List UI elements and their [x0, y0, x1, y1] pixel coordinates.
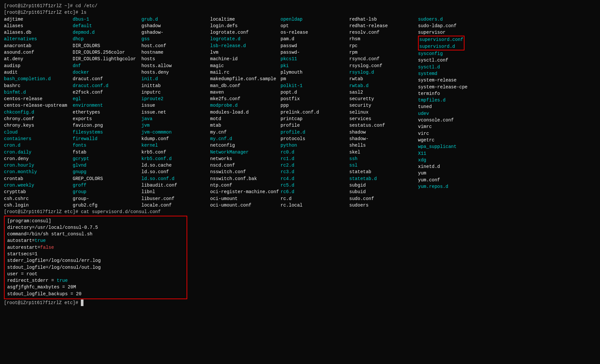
- ls-col-3: grub.d gshadow gshadow- gss host.conf ho…: [141, 16, 210, 209]
- cmd-line-4: [root@iZrp1t617f1zrlZ etc]#: [4, 300, 596, 306]
- ls-col-5: openldap opt os-release pam.d passwd pas…: [281, 16, 349, 209]
- ls-col-1: adjtime aliases aliases.db alternatives …: [4, 16, 73, 209]
- cmd-line-2: [root@iZrp1t617f1zrlZ etc]# ls: [4, 9, 596, 16]
- cmd-line-3: [root@iZrp1t617f1zrlZ etc]# cat supervis…: [4, 209, 596, 215]
- consul-line-2: directory=/usr/local/consul-0.7.5: [7, 224, 184, 231]
- cmd-line-1: [root@iZrp1t617f1zrlZ ~]# cd /etc/: [4, 3, 596, 9]
- consul-line-1: [program:consul]: [7, 218, 184, 224]
- consul-line-9: user = root: [7, 271, 184, 277]
- consul-conf-box: [program:consul] directory=/usr/local/co…: [4, 216, 187, 300]
- consul-line-6: startsecs=1: [7, 251, 184, 257]
- ls-output: adjtime aliases aliases.db alternatives …: [4, 16, 596, 209]
- consul-line-3: command=/bin/sh start_consul.sh: [7, 231, 184, 237]
- ls-col-4: localtime login.defs logrotate.conf logr…: [210, 16, 281, 209]
- consul-line-12: stdout_logfile_backups = 20: [7, 291, 184, 297]
- cursor: [81, 300, 83, 306]
- consul-line-4: autostart=true: [7, 237, 184, 244]
- ls-col-2: dbus-1 default depmod.d dhcp DIR_COLORS …: [73, 16, 141, 209]
- consul-line-10: redirect_stderr = true: [7, 277, 184, 284]
- consul-line-7: stderr_logfile=/log/consul/err.log: [7, 257, 184, 264]
- supervisord-highlight: supervisord.confsupervisord.d: [418, 36, 464, 50]
- consul-line-5: autorestart=false: [7, 244, 184, 251]
- consul-line-11: asgfjfghfc_maxbytes = 20M: [7, 284, 184, 290]
- ls-col-7: sudoers.d sudo-ldap.conf supervisor supe…: [418, 16, 487, 209]
- consul-line-8: stdout_logfile=/log/consul/out.log: [7, 264, 184, 271]
- prompt-1: [root@iZrp1t617f1zrlZ ~]#: [4, 3, 75, 9]
- terminal: [root@iZrp1t617f1zrlZ ~]# cd /etc/ [root…: [4, 3, 596, 306]
- prompt-2: [root@iZrp1t617f1zrlZ etc]#: [4, 10, 81, 15]
- ls-col-6: redhat-lsb redhat-release resolv.conf rh…: [349, 16, 418, 209]
